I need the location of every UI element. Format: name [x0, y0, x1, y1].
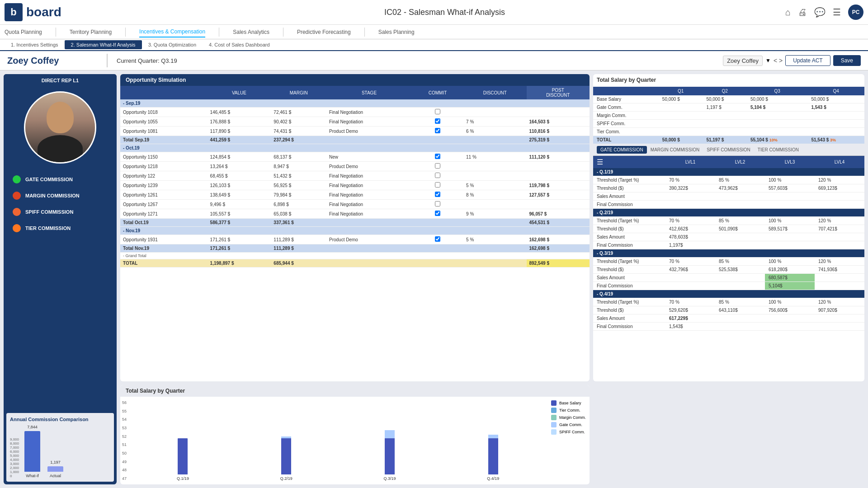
bar-actual-rect [47, 466, 63, 472]
sub-nav-incentives-settings[interactable]: 1. Incentives Settings [5, 40, 65, 49]
nav-sales-analytics[interactable]: Sales Analytics [233, 27, 269, 37]
menu-icon[interactable]: ☰ [833, 7, 841, 18]
opp-scroll[interactable]: VALUE MARGIN STAGE COMMIT DISCOUNT POSTD… [120, 86, 590, 381]
opp-name: Opportunity 1239 [120, 181, 208, 190]
gate-label: GATE COMMISSION [25, 177, 73, 182]
table-row: Opportunity 1150 124,854 $ 68,137 $ New … [120, 152, 590, 162]
tab-tier-commission[interactable]: TIER COMMISSION [754, 146, 802, 154]
sub-nav-cost-dashboard[interactable]: 4. Cost of Sales Dashboard [203, 40, 276, 49]
opp-commit[interactable] [412, 127, 463, 136]
lvl4-val [815, 282, 864, 290]
lvl4-val [815, 323, 864, 331]
lvl1-val: 617,229$ [665, 314, 715, 323]
selector-name[interactable]: Zoey Coffey [723, 56, 763, 66]
quarter-q2-header: - Q.2/19 [593, 209, 864, 217]
opp-commit[interactable] [412, 235, 463, 244]
print-icon[interactable]: 🖨 [798, 7, 807, 18]
opp-postdiscount: 96,057 $ [527, 209, 590, 219]
spiff-q2 [703, 120, 747, 128]
content-area: Zoey Coffey Current Quarter: Q3.19 Zoey … [0, 51, 868, 488]
opp-commit[interactable] [412, 181, 463, 190]
row-label: Threshold (Target %) [593, 258, 665, 266]
filter-icon[interactable]: ☰ [597, 158, 603, 166]
grand-total-commit [412, 259, 463, 267]
opp-commit[interactable] [412, 108, 463, 117]
home-icon[interactable]: ⌂ [785, 7, 791, 18]
q1-chart-label: Q.1/19 [177, 476, 189, 481]
lvl3-val: 100 % [765, 176, 815, 184]
opp-postdiscount: 127,557 $ [527, 190, 590, 200]
opp-commit[interactable] [412, 152, 463, 162]
lvl3-val [765, 314, 815, 323]
lvl2-val: 473,962$ [715, 184, 765, 192]
lvl1-val: 390,322$ [665, 184, 715, 192]
nav-next[interactable]: > [779, 57, 783, 64]
group-nov19-label: - Nov.19 [120, 227, 590, 235]
opp-discount [463, 162, 526, 171]
table-row: Opportunity 1018 146,485 $ 72,461 $ Fina… [120, 108, 590, 117]
main-grid: DIRECT REP L1 GATE COMMISSION MARGIN COM… [0, 70, 868, 488]
row-label: Threshold ($) [593, 225, 665, 233]
chart-q2: Q.2/19 [239, 436, 334, 481]
q3-bars [385, 430, 395, 474]
commission-margin: MARGIN COMMISSION [13, 192, 108, 200]
nav-territory-planning[interactable]: Territory Planning [70, 27, 112, 37]
logo-icon: b [5, 3, 23, 21]
tab-margin-commission[interactable]: MARGIN COMMISSION [647, 146, 703, 154]
opp-commit[interactable] [412, 171, 463, 181]
dropdown-icon[interactable]: ▼ [765, 57, 771, 64]
opp-commit[interactable] [412, 162, 463, 171]
tab-gate-commission[interactable]: GATE COMMISSION [597, 146, 647, 154]
lvl2-val [715, 201, 765, 209]
gate-commission-scroll[interactable]: ☰ LVL1 LVL2 LVL3 LVL4 - Q.1/19 [593, 156, 864, 381]
lvl4-val [815, 241, 864, 249]
tab-spiff-commission[interactable]: SPIFF COMMISSION [703, 146, 754, 154]
opp-postdiscount [527, 162, 590, 171]
opp-value: 138,649 $ [208, 190, 271, 200]
commission-gate: GATE COMMISSION [13, 175, 108, 183]
opp-commit[interactable] [412, 200, 463, 209]
legend-spiff-label: SPIFF Comm. [559, 430, 585, 434]
save-button[interactable]: Save [833, 55, 861, 66]
nav-predictive[interactable]: Predictive Forecasting [297, 27, 351, 37]
nav-quota-planning[interactable]: Quota Planning [5, 27, 42, 37]
sub-nav-quota-opt[interactable]: 3. Quota Optimization [142, 40, 203, 49]
opp-stage: Final Negotiation [326, 181, 412, 190]
table-row: Opportunity 122 68,455 $ 51,432 $ Final … [120, 171, 590, 181]
commission-tier: TIER COMMISSION [13, 224, 108, 232]
grand-total-label: TOTAL [120, 259, 208, 267]
base-q4: 50,000 $ [807, 95, 864, 103]
row-label: Threshold ($) [593, 306, 665, 314]
opp-margin: 65,038 $ [271, 209, 326, 219]
table-row: Sales Amount 680,587$ [593, 274, 864, 282]
sub-nav-salesman-whatif[interactable]: 2. Salesman What-If Analysis [65, 40, 142, 49]
user-avatar[interactable]: PC [848, 5, 863, 20]
nav-incentives[interactable]: Incentives & Compensation [139, 27, 205, 38]
table-row: Final Commission 5,104$ [593, 282, 864, 290]
opp-table: VALUE MARGIN STAGE COMMIT DISCOUNT POSTD… [120, 86, 590, 267]
nav-prev[interactable]: < [774, 57, 777, 64]
table-row: Threshold (Target %) 70 % 85 % 100 % 120… [593, 258, 864, 266]
total-margin: 337,361 $ [271, 219, 326, 227]
chat-icon[interactable]: 💬 [814, 7, 826, 18]
lvl1-val: 1,543$ [665, 323, 715, 331]
opp-stage: Final Negotiation [326, 190, 412, 200]
opp-commit[interactable] [412, 209, 463, 219]
opp-margin: 8,947 $ [271, 162, 326, 171]
total-sep19: Total Sep.19 441,259 $ 237,294 $ 275,319… [120, 136, 590, 144]
group-sep19: - Sep.19 [120, 99, 590, 108]
update-act-button[interactable]: Update ACT [785, 55, 830, 66]
th-stage: STAGE [326, 86, 412, 99]
nav-sales-planning[interactable]: Sales Planning [378, 27, 415, 37]
bar-actual: 1,197 Actual [47, 460, 63, 478]
lvl2-val: 501,090$ [715, 225, 765, 233]
opp-stage: Final Negotiation [326, 200, 412, 209]
spiff-q1 [659, 120, 703, 128]
q4-stacked [488, 435, 498, 474]
opp-name: Opportunity 1271 [120, 209, 208, 219]
opp-postdiscount: 110,816 $ [527, 127, 590, 136]
legend-gate-dot [551, 422, 557, 427]
opp-commit[interactable] [412, 117, 463, 127]
table-row: Opportunity 1055 176,888 $ 90,402 $ Fina… [120, 117, 590, 127]
opp-commit[interactable] [412, 190, 463, 200]
